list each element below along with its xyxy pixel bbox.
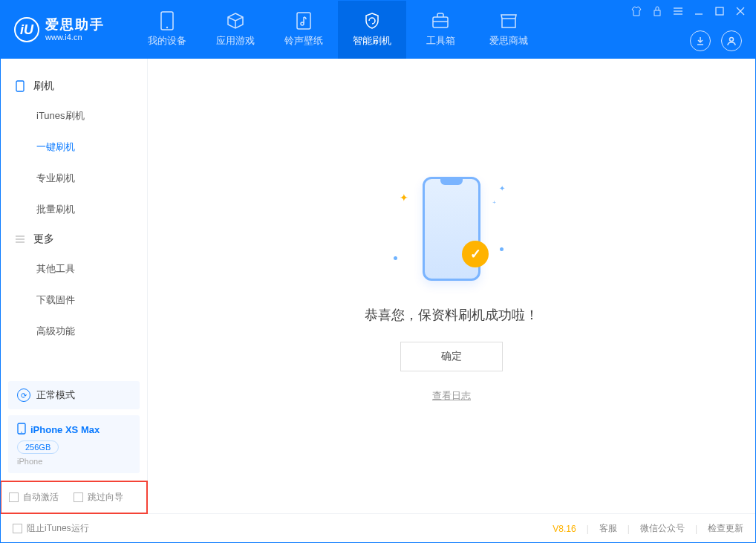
check-badge-icon: ✓ bbox=[462, 241, 489, 267]
user-button[interactable] bbox=[721, 30, 742, 51]
titlebar-controls bbox=[630, 5, 746, 17]
body: 刷机 iTunes刷机 一键刷机 专业刷机 批量刷机 更多 其他工具 下载固件 … bbox=[1, 59, 755, 513]
sidebar-group-flash: 刷机 bbox=[1, 72, 147, 100]
lock-icon[interactable] bbox=[651, 5, 663, 17]
phone-icon bbox=[158, 12, 176, 30]
svg-point-1 bbox=[166, 27, 168, 28]
music-file-icon bbox=[295, 12, 313, 30]
minimize-icon[interactable] bbox=[693, 5, 705, 17]
tab-ringtone-wallpaper[interactable]: 铃声壁纸 bbox=[270, 1, 338, 59]
tab-my-device[interactable]: 我的设备 bbox=[133, 1, 201, 59]
separator: | bbox=[628, 524, 630, 534]
maximize-icon[interactable] bbox=[714, 5, 726, 17]
list-icon bbox=[14, 235, 26, 244]
checkbox-box-icon bbox=[13, 524, 22, 533]
shield-refresh-icon bbox=[363, 12, 381, 30]
view-log-link[interactable]: 查看日志 bbox=[432, 389, 471, 403]
highlighted-checkbox-row: 自动激活 跳过向导 bbox=[0, 481, 148, 514]
sidebar-item-batch-flash[interactable]: 批量刷机 bbox=[1, 194, 147, 225]
svg-rect-11 bbox=[716, 7, 723, 15]
svg-point-3 bbox=[301, 22, 304, 25]
tab-label: 铃声壁纸 bbox=[284, 34, 323, 48]
sparkle-icon: ✦ bbox=[499, 184, 505, 192]
sparkle-icon: ✦ bbox=[400, 192, 408, 204]
cube-icon bbox=[227, 12, 244, 30]
menu-icon[interactable] bbox=[672, 5, 684, 17]
tab-label: 工具箱 bbox=[426, 34, 455, 48]
svg-rect-6 bbox=[654, 10, 660, 16]
footer-wechat-link[interactable]: 微信公众号 bbox=[640, 522, 685, 535]
toolbox-icon bbox=[431, 12, 449, 30]
device-phone-icon bbox=[17, 423, 26, 437]
device-name: iPhone XS Max bbox=[30, 424, 100, 435]
group-label: 刷机 bbox=[33, 79, 54, 93]
checkbox-box-icon bbox=[74, 492, 83, 502]
main-content: ✦ ✦ + ✓ 恭喜您，保资料刷机成功啦！ 确定 查看日志 bbox=[148, 59, 755, 513]
success-message: 恭喜您，保资料刷机成功啦！ bbox=[365, 306, 538, 324]
tab-apps-games[interactable]: 应用游戏 bbox=[201, 1, 270, 59]
close-icon[interactable] bbox=[734, 5, 746, 17]
tab-shop[interactable]: 爱思商城 bbox=[475, 1, 543, 59]
sidebar-item-oneclick-flash[interactable]: 一键刷机 bbox=[1, 131, 147, 163]
tab-toolbox[interactable]: 工具箱 bbox=[406, 1, 475, 59]
tab-label: 智能刷机 bbox=[353, 34, 391, 48]
sidebar-item-other-tools[interactable]: 其他工具 bbox=[1, 253, 147, 284]
header-right-buttons bbox=[690, 30, 742, 51]
dot-icon bbox=[394, 256, 397, 260]
checkbox-box-icon bbox=[9, 492, 19, 502]
svg-rect-15 bbox=[16, 81, 24, 91]
checkbox-label: 自动激活 bbox=[23, 491, 59, 504]
app-subtitle: www.i4.cn bbox=[45, 33, 105, 42]
footer-support-link[interactable]: 客服 bbox=[599, 522, 617, 535]
separator: | bbox=[695, 524, 697, 534]
dot-icon bbox=[500, 247, 504, 251]
success-illustration: ✦ ✦ + ✓ bbox=[377, 169, 526, 288]
tab-label: 应用游戏 bbox=[216, 34, 255, 48]
tab-label: 我的设备 bbox=[148, 34, 186, 48]
checkbox-skip-guide[interactable]: 跳过向导 bbox=[74, 491, 123, 504]
sidebar-item-download-firmware[interactable]: 下载固件 bbox=[1, 284, 147, 316]
checkbox-label: 阻止iTunes运行 bbox=[27, 522, 89, 535]
logo: iU 爱思助手 www.i4.cn bbox=[1, 17, 118, 42]
sidebar-item-itunes-flash[interactable]: iTunes刷机 bbox=[1, 100, 147, 131]
separator: | bbox=[587, 524, 589, 534]
ok-button[interactable]: 确定 bbox=[400, 342, 503, 371]
shop-icon bbox=[500, 12, 518, 30]
phone-outline-icon bbox=[14, 80, 26, 92]
logo-icon: iU bbox=[14, 17, 39, 42]
nav-tabs: 我的设备 应用游戏 铃声壁纸 智能刷机 工具箱 爱思商城 bbox=[133, 1, 543, 59]
svg-point-14 bbox=[730, 38, 734, 42]
footer: 阻止iTunes运行 V8.16 | 客服 | 微信公众号 | 检查更新 bbox=[1, 513, 755, 543]
sparkle-icon: + bbox=[492, 199, 496, 206]
svg-point-20 bbox=[21, 432, 22, 433]
sidebar-item-advanced[interactable]: 高级功能 bbox=[1, 316, 147, 347]
tab-smart-flash[interactable]: 智能刷机 bbox=[338, 1, 406, 59]
checkbox-auto-activate[interactable]: 自动激活 bbox=[9, 491, 59, 504]
footer-update-link[interactable]: 检查更新 bbox=[708, 522, 743, 535]
device-card[interactable]: iPhone XS Max 256GB iPhone bbox=[8, 415, 140, 473]
sidebar-group-more: 更多 bbox=[1, 225, 147, 253]
svg-rect-4 bbox=[433, 17, 448, 27]
sidebar: 刷机 iTunes刷机 一键刷机 专业刷机 批量刷机 更多 其他工具 下载固件 … bbox=[1, 59, 148, 513]
shirt-icon[interactable] bbox=[630, 5, 642, 17]
checkbox-block-itunes[interactable]: 阻止iTunes运行 bbox=[13, 522, 89, 535]
sidebar-item-pro-flash[interactable]: 专业刷机 bbox=[1, 163, 147, 194]
group-label: 更多 bbox=[33, 233, 54, 246]
mode-icon: ⟳ bbox=[17, 388, 30, 402]
download-button[interactable] bbox=[690, 30, 711, 51]
device-capacity: 256GB bbox=[17, 440, 59, 454]
device-type: iPhone bbox=[17, 457, 131, 466]
mode-card[interactable]: ⟳ 正常模式 bbox=[8, 381, 140, 409]
app-title: 爱思助手 bbox=[45, 18, 105, 33]
tab-label: 爱思商城 bbox=[489, 34, 528, 48]
version-label: V8.16 bbox=[553, 524, 576, 534]
mode-label: 正常模式 bbox=[36, 388, 75, 402]
header: iU 爱思助手 www.i4.cn 我的设备 应用游戏 铃声壁纸 智能刷机 工具… bbox=[1, 1, 755, 59]
checkbox-label: 跳过向导 bbox=[88, 491, 123, 504]
